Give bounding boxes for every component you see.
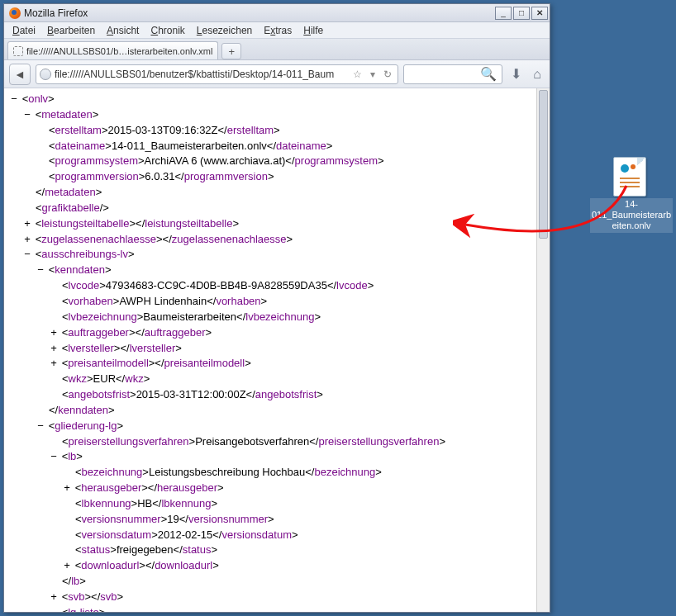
menu-chronik[interactable]: Chronik xyxy=(145,24,189,37)
menu-hilfe[interactable]: Hilfe xyxy=(298,24,328,37)
download-icon[interactable]: ⬇ xyxy=(507,66,525,82)
menu-extras[interactable]: Extras xyxy=(259,24,297,37)
desktop-file-label: 14-011_Baumeisterarbeiten.onlv xyxy=(590,198,673,233)
search-icon: 🔍 xyxy=(480,66,497,82)
toggle[interactable]: − xyxy=(49,449,59,465)
url-bar[interactable]: file://///ANULLSBS01/benutzer$/kbattisti… xyxy=(36,64,398,84)
close-button[interactable]: ✕ xyxy=(531,7,548,20)
vertical-scrollbar[interactable] xyxy=(536,88,550,612)
toggle[interactable]: + xyxy=(22,232,32,248)
reload-icon[interactable]: ↻ xyxy=(381,69,394,80)
scrollbar-thumb[interactable] xyxy=(539,90,548,239)
toggle[interactable]: − xyxy=(36,263,45,278)
titlebar: Mozilla Firefox _ □ ✕ xyxy=(4,4,550,22)
globe-icon xyxy=(40,69,51,80)
star-icon[interactable]: ☆ xyxy=(350,69,364,80)
file-icon xyxy=(613,157,646,197)
file-icon xyxy=(13,46,23,56)
tab-label: file://///ANULLSBS01/b…isterarbeiten.onl… xyxy=(26,46,212,56)
new-tab-button[interactable]: + xyxy=(221,43,241,59)
maximize-button[interactable]: □ xyxy=(513,7,530,20)
menubar: Datei Bearbeiten Ansicht Chronik Lesezei… xyxy=(4,22,550,39)
firefox-icon xyxy=(9,7,21,19)
menu-ansicht[interactable]: Ansicht xyxy=(102,24,144,37)
toolbar: ◄ file://///ANULLSBS01/benutzer$/kbattis… xyxy=(4,60,550,88)
menu-bearbeiten[interactable]: Bearbeiten xyxy=(42,24,100,37)
toggle[interactable]: − xyxy=(9,92,19,107)
toggle[interactable]: − xyxy=(36,419,45,434)
firefox-window: Mozilla Firefox _ □ ✕ Datei Bearbeiten A… xyxy=(3,3,550,613)
back-button[interactable]: ◄ xyxy=(9,64,31,85)
toggle[interactable]: + xyxy=(62,558,72,574)
menu-datei[interactable]: Datei xyxy=(7,24,40,37)
xml-content[interactable]: − <onlv> − <metadaten> <erstelltam>2015-… xyxy=(4,88,550,612)
dropdown-icon[interactable]: ▾ xyxy=(368,69,378,80)
desktop-file[interactable]: 14-011_Baumeisterarbeiten.onlv xyxy=(590,157,669,233)
minimize-button[interactable]: _ xyxy=(495,7,512,20)
menu-lesezeichen[interactable]: Lesezeichen xyxy=(192,24,257,37)
toggle[interactable]: − xyxy=(22,247,32,263)
search-box[interactable]: 🔍 xyxy=(403,64,502,84)
url-text: file://///ANULLSBS01/benutzer$/kbattisti… xyxy=(55,69,347,80)
toggle[interactable]: + xyxy=(49,325,59,341)
window-title: Mozilla Firefox xyxy=(24,7,493,19)
toggle[interactable]: + xyxy=(49,356,59,372)
tabbar: file://///ANULLSBS01/b…isterarbeiten.onl… xyxy=(4,39,550,60)
toggle[interactable]: − xyxy=(49,605,59,612)
tab-active[interactable]: file://///ANULLSBS01/b…isterarbeiten.onl… xyxy=(7,41,218,59)
toggle[interactable]: + xyxy=(49,341,59,357)
toggle[interactable]: + xyxy=(22,216,32,232)
toggle[interactable]: − xyxy=(22,107,32,123)
toggle[interactable]: + xyxy=(62,481,72,496)
home-icon[interactable]: ⌂ xyxy=(530,67,545,82)
toggle[interactable]: + xyxy=(49,590,59,605)
